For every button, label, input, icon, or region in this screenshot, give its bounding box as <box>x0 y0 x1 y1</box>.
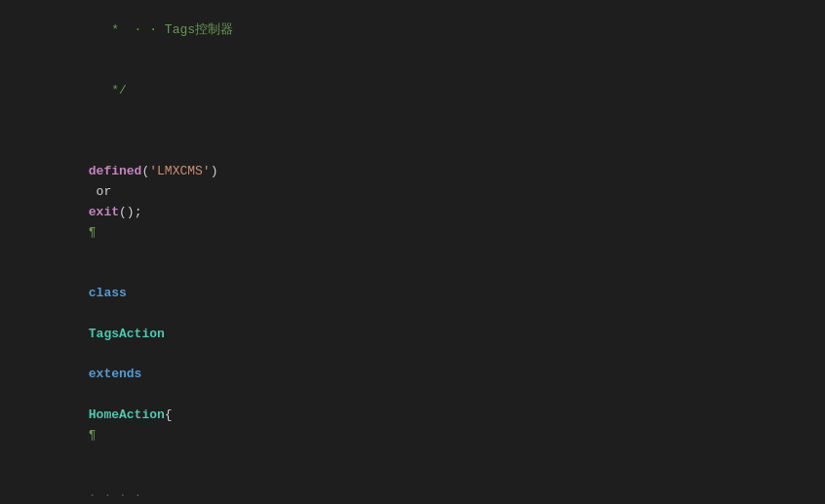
code-line: class TagsAction extends HomeAction{ ¶ <box>0 263 825 466</box>
code-editor: * · · Tags控制器 */ defined('LMXCMS') or ex… <box>0 0 825 504</box>
code-line: defined('LMXCMS') or exit(); ¶ <box>0 142 825 264</box>
code-line: */ <box>0 60 825 121</box>
code-line: * · · Tags控制器 <box>0 0 825 60</box>
code-line: · · · · private $data; ¶ <box>0 466 825 504</box>
code-line <box>0 122 825 142</box>
